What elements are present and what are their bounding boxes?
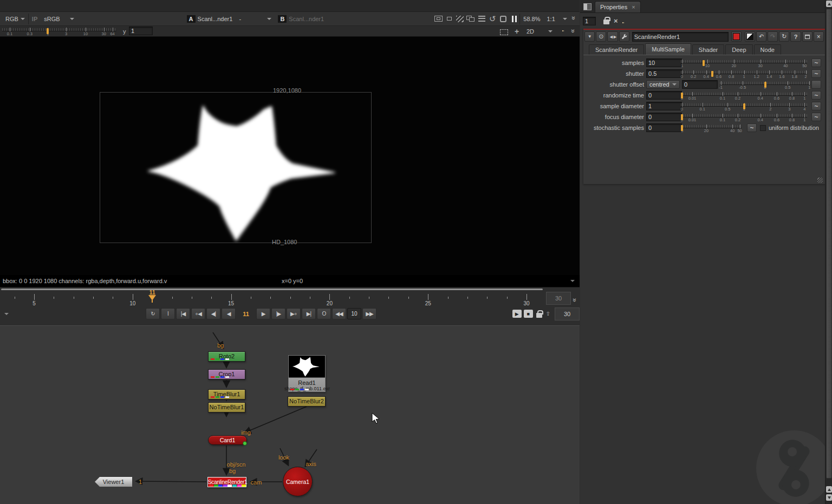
param-value-field[interactable] <box>646 58 682 67</box>
properties-tab[interactable]: Properties × <box>595 1 641 12</box>
play-forward-button[interactable]: ▶ <box>256 308 270 319</box>
out-point-button[interactable]: O <box>317 308 331 319</box>
scroll-up-button[interactable] <box>826 1 832 7</box>
monitor-output-icon[interactable] <box>465 14 476 24</box>
render-flag-icon[interactable]: ⇪ <box>546 311 550 317</box>
tab-node[interactable]: Node <box>754 44 781 55</box>
gain-slider-handle[interactable] <box>47 28 49 34</box>
redo-icon[interactable]: ↷ <box>768 31 778 42</box>
param-value-field[interactable] <box>646 123 682 132</box>
stochastic-samples-slider[interactable]: 0204050 <box>681 123 742 133</box>
timeline-ruler[interactable]: 5101520253011 <box>0 291 544 307</box>
channel-mask-swatch[interactable] <box>745 31 755 42</box>
gamma-display-icon[interactable] <box>444 14 454 24</box>
step-forward-button[interactable]: |▶ <box>271 308 285 319</box>
animation-curve-button[interactable]: ~ <box>811 58 821 67</box>
gamma-input[interactable] <box>129 27 153 35</box>
node-read1[interactable]: Read1shape_tf_mb.011.exr <box>288 355 326 392</box>
viewer-lut-selector[interactable]: sRGB <box>41 14 77 24</box>
undo-icon[interactable]: ↶ <box>756 31 766 42</box>
sample-diameter-handle[interactable] <box>743 103 745 109</box>
focus-diameter-slider[interactable]: 00.010.10.20.40.60.81 <box>681 113 807 122</box>
close-panel-icon[interactable]: × <box>814 31 824 42</box>
revert-icon[interactable]: ↻ <box>779 31 789 42</box>
wrench-icon[interactable] <box>619 31 629 42</box>
pan-zoom-icon[interactable]: + <box>511 27 522 36</box>
node-camera1[interactable]: Camera1 <box>283 467 313 496</box>
timeline-collapse-icon[interactable]: « <box>570 299 578 302</box>
param-value-field[interactable] <box>646 69 682 78</box>
node-color-swatch[interactable] <box>731 31 742 42</box>
prev-keyframe-button[interactable]: ∘◀ <box>191 308 205 319</box>
a-buffer-selector[interactable]: A Scanl...nder1 <box>184 14 236 24</box>
randomize-time-handle[interactable] <box>681 93 683 99</box>
range-end-field[interactable]: 30 <box>555 307 580 320</box>
update-icon[interactable]: ↺ <box>487 14 498 24</box>
shutter-offset-slider[interactable]: -1-0.500.51 <box>720 80 810 90</box>
center-node-icon[interactable]: ⊙ <box>596 31 606 42</box>
next-keyframe-button[interactable]: ▶∘ <box>287 308 301 319</box>
animation-curve-button[interactable]: ~ <box>811 113 821 121</box>
step-back-button[interactable]: ◀| <box>206 308 220 319</box>
pixel-aspect[interactable]: 1:1 <box>543 14 558 24</box>
clear-panels-icon[interactable]: × <box>614 17 618 25</box>
shutter-handle[interactable] <box>711 71 713 77</box>
collapse-toolbar-icon[interactable]: « <box>569 17 577 20</box>
b-buffer-selector[interactable]: B Scanl...nder1 <box>275 14 327 24</box>
goto-start-button[interactable]: |◀ <box>176 308 190 319</box>
node-roto2[interactable]: Roto2 <box>208 351 245 362</box>
randomize-time-slider[interactable]: 00.010.10.20.40.60.81 <box>681 91 807 101</box>
input-process-toggle[interactable]: IP <box>28 14 41 24</box>
animation-curve-button[interactable]: ~ <box>811 91 821 100</box>
node-card1[interactable]: Card1 <box>208 435 247 445</box>
current-frame-field[interactable]: 11 <box>237 308 255 319</box>
channel-selector[interactable]: RGB <box>2 14 28 24</box>
param-value-field[interactable] <box>646 91 682 100</box>
focus-diameter-handle[interactable] <box>681 114 683 120</box>
scroll-up-button[interactable] <box>826 486 832 493</box>
samples-handle[interactable] <box>703 60 705 66</box>
frame-increment-field[interactable]: 10 <box>347 308 361 319</box>
param-value-field[interactable] <box>646 113 682 121</box>
frame-decrement-button[interactable]: ◀◀ <box>332 308 346 319</box>
param-value-field[interactable] <box>682 80 718 89</box>
flipbook-stop-icon[interactable]: ■ <box>524 310 533 318</box>
node-scanlinerender1[interactable]: ScanlineRender1 <box>207 477 246 487</box>
viewer-canvas[interactable]: 1920,1080 HD_1080 <box>0 37 580 275</box>
stochastic-samples-handle[interactable] <box>681 125 683 131</box>
lock-panels-icon[interactable] <box>603 19 609 24</box>
node-notimeblur2[interactable]: NoTimeBlur2 <box>288 396 326 407</box>
node-notimeblur1[interactable]: NoTimeBlur1 <box>208 402 245 413</box>
ab-blend-selector[interactable]: - <box>236 14 275 24</box>
animation-curve-button[interactable]: ~ <box>811 102 821 110</box>
timeline-scrollbar[interactable] <box>1 289 543 290</box>
help-icon[interactable]: ? <box>790 31 801 42</box>
in-point-button[interactable]: I <box>161 308 175 319</box>
properties-scrollbar[interactable] <box>825 0 832 504</box>
bin-limit-field[interactable] <box>583 17 596 25</box>
scrollbar-thumb[interactable] <box>826 9 832 479</box>
gain-slider[interactable]: 0.10.313103064 <box>2 27 116 36</box>
pane-layout-icon[interactable] <box>583 3 592 10</box>
tab-deep[interactable]: Deep <box>725 44 752 55</box>
timeline-menu-icon[interactable] <box>4 313 9 315</box>
animation-curve-button[interactable]: ~ <box>747 123 757 132</box>
range-lock-icon[interactable] <box>536 313 542 318</box>
float-panel-icon[interactable] <box>802 31 812 42</box>
scanline-order-icon[interactable] <box>476 14 487 24</box>
panel-resize-grip[interactable] <box>817 178 823 183</box>
frame-format-icon[interactable] <box>433 14 444 24</box>
uniform-distribution-checkbox[interactable] <box>760 125 766 131</box>
collapse-row-icon[interactable]: « <box>568 30 576 33</box>
blank-button[interactable] <box>811 80 821 89</box>
samples-slider[interactable]: 11020304050 <box>681 58 807 68</box>
node-timeblur1[interactable]: TimeBlur1 <box>208 389 245 400</box>
play-backward-button[interactable]: ◀ <box>222 308 236 319</box>
scroll-down-button[interactable] <box>826 494 832 501</box>
shutter-offset-handle[interactable] <box>764 82 766 88</box>
animation-curve-button[interactable]: ~ <box>811 69 821 78</box>
tab-scanlinerender[interactable]: ScanlineRender <box>589 44 644 55</box>
chevron-down-icon[interactable] <box>563 18 567 20</box>
node-viewer1[interactable]: Viewer1 <box>95 477 132 487</box>
flipbook-play-icon[interactable]: ▶ <box>512 310 522 318</box>
